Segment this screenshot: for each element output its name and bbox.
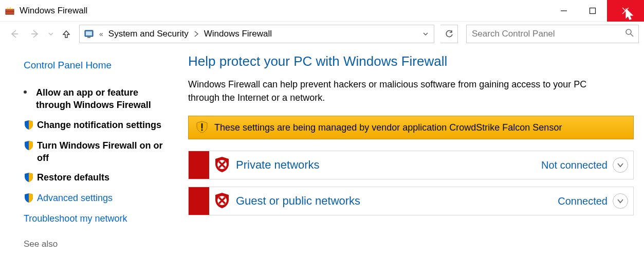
see-also-heading: See also [24,239,171,249]
refresh-button[interactable] [440,25,458,43]
sidebar-item-label: Allow an app or feature through Windows … [36,86,171,112]
network-section-private[interactable]: Private networks Not connected [188,151,634,179]
shield-icon [24,172,34,183]
network-section-public[interactable]: Guest or public networks Connected [188,187,634,215]
sidebar-item-troubleshoot[interactable]: Troubleshoot my network [24,212,171,226]
warning-shield-icon [196,121,208,135]
status-color-strip [189,187,209,215]
sidebar-item-allow-app[interactable]: Allow an app or feature through Windows … [24,86,171,112]
sidebar: Control Panel Home Allow an app or featu… [0,46,180,273]
svg-rect-1 [6,9,14,11]
breadcrumb-segment[interactable]: Windows Firewall [202,29,274,39]
sidebar-item-label: Change notification settings [37,119,161,131]
search-icon [625,28,634,40]
sidebar-item-label: Restore defaults [37,171,109,184]
control-panel-home-link[interactable]: Control Panel Home [24,60,171,71]
blocked-shield-icon [213,156,231,175]
title-bar: Windows Firewall [0,0,644,22]
sidebar-item-label: Troubleshoot my network [24,212,127,225]
main-content: Help protect your PC with Windows Firewa… [180,46,644,273]
search-placeholder: Search Control Panel [472,29,625,39]
address-bar[interactable]: « System and Security Windows Firewall [79,25,434,43]
expand-chevron-icon[interactable] [613,157,628,173]
window-title: Windows Firewall [20,6,87,16]
network-section-status: Not connected [541,159,608,171]
sidebar-item-advanced-settings[interactable]: Advanced settings [24,192,171,205]
svg-rect-5 [86,31,92,35]
control-panel-icon [84,29,94,39]
bullet-icon [24,90,36,94]
breadcrumb-segment[interactable]: System and Security [106,29,191,39]
recent-locations-button[interactable] [46,25,56,43]
expand-chevron-icon[interactable] [613,193,628,209]
network-section-title: Private networks [236,158,541,172]
firewall-app-icon [5,6,14,15]
maximize-button[interactable] [578,0,607,22]
up-button[interactable] [58,25,75,43]
sidebar-item-label: Advanced settings [37,192,113,204]
sidebar-item-change-notifications[interactable]: Change notification settings [24,119,171,132]
sidebar-item-turn-on-off[interactable]: Turn Windows Firewall on or off [24,139,171,165]
shield-icon [24,193,34,203]
back-button[interactable] [5,25,24,43]
status-color-strip [189,151,209,179]
managed-by-vendor-banner: These settings are being managed by vend… [188,116,634,139]
banner-text: These settings are being managed by vend… [214,122,562,133]
shield-icon [24,140,34,151]
network-section-title: Guest or public networks [236,194,558,208]
minimize-button[interactable] [549,0,578,22]
sidebar-item-label: Turn Windows Firewall on or off [37,139,171,165]
page-heading: Help protect your PC with Windows Firewa… [188,53,634,69]
svg-point-7 [626,29,631,34]
svg-rect-6 [87,37,90,38]
navigation-toolbar: « System and Security Windows Firewall S… [0,22,644,46]
shield-icon [24,120,34,130]
network-section-status: Connected [558,195,608,207]
sidebar-item-restore-defaults[interactable]: Restore defaults [24,171,171,185]
close-button[interactable] [607,0,644,22]
svg-rect-3 [590,8,596,13]
svg-rect-2 [6,12,14,14]
svg-point-8 [201,129,203,131]
blocked-shield-icon [213,192,231,211]
breadcrumb-separator-icon[interactable] [194,30,199,39]
page-description: Windows Firewall can help prevent hacker… [188,78,620,104]
forward-button[interactable] [26,25,44,43]
search-input[interactable]: Search Control Panel [466,25,639,43]
path-overflow-chevrons-icon[interactable]: « [99,30,103,38]
address-dropdown-button[interactable] [419,30,432,39]
